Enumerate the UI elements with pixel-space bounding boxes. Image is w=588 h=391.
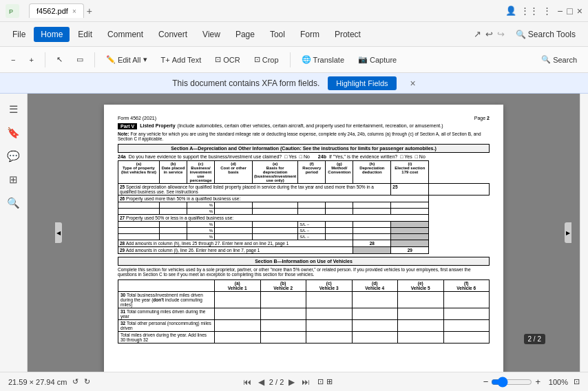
row-27-a-1 — [118, 222, 160, 228]
ocr-btn[interactable]: ⊡ OCR — [209, 52, 245, 67]
minimize-btn[interactable]: − — [557, 6, 563, 17]
rectangle-tool-btn[interactable]: ▭ — [71, 52, 89, 67]
title-bar-right: 👤 ⋮⋮ ⋮ − □ × — [505, 6, 582, 17]
banner-close-btn[interactable]: × — [410, 78, 416, 89]
new-tab-btn[interactable]: + — [87, 6, 92, 17]
menu-file[interactable]: File — [6, 27, 32, 42]
more-icon[interactable]: ⋮ — [543, 6, 552, 16]
row-26-c-2: % — [187, 209, 215, 215]
cursor-icon: ↖ — [56, 55, 63, 64]
section-a-title: Section A—Depreciation and Other Informa… — [118, 144, 490, 153]
maximize-btn[interactable]: □ — [567, 6, 572, 17]
table-row-26-data-1: % — [118, 202, 490, 209]
pdf-page: Form 4562 (2021) Page 2 Part V Listed Pr… — [104, 105, 503, 372]
collapse-left-btn[interactable]: ◀ — [55, 222, 62, 243]
pdf-tab[interactable]: f4562.pdf × — [29, 3, 84, 18]
row-27-c-3: % — [187, 234, 215, 240]
left-panel: ☰ 🔖 💬 ⊞ 🔍 — [0, 94, 28, 372]
row-33-v1 — [215, 332, 261, 344]
menu-tool[interactable]: Tool — [263, 27, 292, 42]
row-27-i-2 — [391, 228, 429, 234]
zoom-out-status-btn[interactable]: − — [483, 377, 489, 387]
last-page-btn[interactable]: ⏭ — [300, 377, 312, 388]
settings-icon[interactable]: ⋮⋮ — [521, 6, 538, 16]
forward-icon[interactable]: ↪ — [497, 29, 505, 39]
zoom-in-icon: + — [29, 56, 33, 64]
row-24a: 24a Do you have evidence to support the … — [118, 154, 490, 159]
ocr-label: OCR — [223, 56, 240, 64]
no-label-2: □ No — [415, 154, 426, 159]
fit-page-icon[interactable]: ⊞ — [326, 377, 333, 386]
sidebar-search-icon[interactable]: 🔍 — [3, 193, 24, 213]
row-27-c-1: % — [187, 222, 215, 228]
zoom-slider[interactable] — [491, 377, 532, 388]
row-32-v2 — [260, 320, 306, 332]
zoom-out-icon: − — [11, 56, 15, 64]
dimensions-label: 21.59 × 27.94 cm — [8, 378, 67, 386]
content-area[interactable]: ◀ Form 4562 (2021) Page 2 Part V Listed … — [28, 94, 580, 372]
tab-close-btn[interactable]: × — [72, 8, 76, 15]
row-29-num: 29 — [391, 247, 429, 254]
fit-view-icon[interactable]: ⊡ — [574, 377, 580, 386]
zoom-in-status-btn[interactable]: + — [535, 377, 540, 387]
translate-btn[interactable]: 🌐 Translate — [296, 52, 350, 67]
rotate-right-icon[interactable]: ↻ — [84, 377, 90, 386]
search-label: Search — [553, 56, 577, 64]
row-27-d-1 — [215, 222, 253, 228]
menu-edit[interactable]: Edit — [71, 27, 99, 42]
main-layout: ☰ 🔖 💬 ⊞ 🔍 ◀ Form 4562 (2021) Page 2 Part… — [0, 94, 588, 372]
prev-page-btn[interactable]: ◀ — [256, 377, 266, 388]
zoom-controls: − + 100% ⊡ — [483, 377, 580, 388]
add-text-btn[interactable]: T+ Add Text — [156, 53, 207, 67]
xfa-banner: This document contains XFA form fields. … — [0, 73, 588, 94]
sidebar-comments-icon[interactable]: 💬 — [3, 146, 24, 167]
row-27-e-1 — [253, 222, 298, 228]
capture-btn[interactable]: 📷 Capture — [353, 52, 402, 67]
search-btn[interactable]: 🔍 Search — [536, 52, 582, 67]
close-btn[interactable]: × — [577, 6, 582, 17]
menu-convert[interactable]: Convert — [151, 27, 194, 42]
first-page-btn[interactable]: ⏮ — [241, 377, 253, 388]
search-tools-icon: 🔍 — [516, 30, 526, 39]
menu-home[interactable]: Home — [34, 27, 70, 42]
sidebar-bookmarks-icon[interactable]: 🔖 — [3, 123, 24, 143]
fit-width-icon[interactable]: ⊡ — [317, 377, 324, 386]
zoom-out-btn[interactable]: − — [6, 53, 21, 67]
row-26-i-2 — [391, 209, 429, 215]
edit-all-btn[interactable]: ✏️ Edit All ▾ — [101, 52, 153, 67]
row-27-f-2: S/L – — [298, 228, 326, 234]
menu-protect[interactable]: Protect — [328, 27, 368, 42]
row-32-v3 — [306, 320, 353, 332]
row-31-v2 — [260, 308, 306, 320]
share-icon[interactable]: ↗ — [474, 29, 481, 39]
row-28-num: 28 — [353, 240, 391, 247]
row-25-cell-i — [429, 184, 490, 196]
col-f-header: (f)Recovery period — [298, 161, 326, 184]
select-tool-btn[interactable]: ↖ — [51, 52, 68, 67]
menu-page[interactable]: Page — [229, 27, 262, 42]
user-icon[interactable]: 👤 — [505, 6, 516, 16]
collapse-right-btn[interactable]: ▶ — [565, 222, 571, 243]
row-31-v4 — [352, 308, 398, 320]
rotate-icon[interactable]: ↺ — [72, 377, 78, 386]
back-icon[interactable]: ↩ — [485, 29, 493, 39]
highlight-fields-btn[interactable]: Highlight Fields — [328, 76, 396, 90]
menu-form[interactable]: Form — [293, 27, 326, 42]
row-27-i-1 — [391, 222, 429, 228]
search-tools-btn[interactable]: 🔍 Search Tools — [509, 27, 582, 42]
toolbar-icons: 👤 ⋮⋮ ⋮ — [505, 6, 552, 16]
row-30-v3 — [306, 292, 353, 308]
right-panel — [580, 94, 588, 372]
row-30-label: 30 Total business/investment miles drive… — [118, 292, 215, 308]
menu-comment[interactable]: Comment — [101, 27, 150, 42]
next-page-btn[interactable]: ▶ — [286, 377, 297, 388]
zoom-in-btn[interactable]: + — [23, 53, 39, 67]
note-text: For any vehicle for which you are using … — [118, 131, 481, 141]
row-26-e-2 — [253, 209, 298, 215]
sidebar-layers-icon[interactable]: ⊞ — [3, 169, 24, 190]
crop-btn[interactable]: ⊡ Crop — [249, 52, 284, 67]
sidebar-pages-icon[interactable]: ☰ — [3, 99, 24, 120]
menu-view[interactable]: View — [196, 27, 227, 42]
vehicle-col-b: (b)Vehicle 2 — [260, 280, 306, 292]
row-27-a-2 — [118, 228, 160, 234]
